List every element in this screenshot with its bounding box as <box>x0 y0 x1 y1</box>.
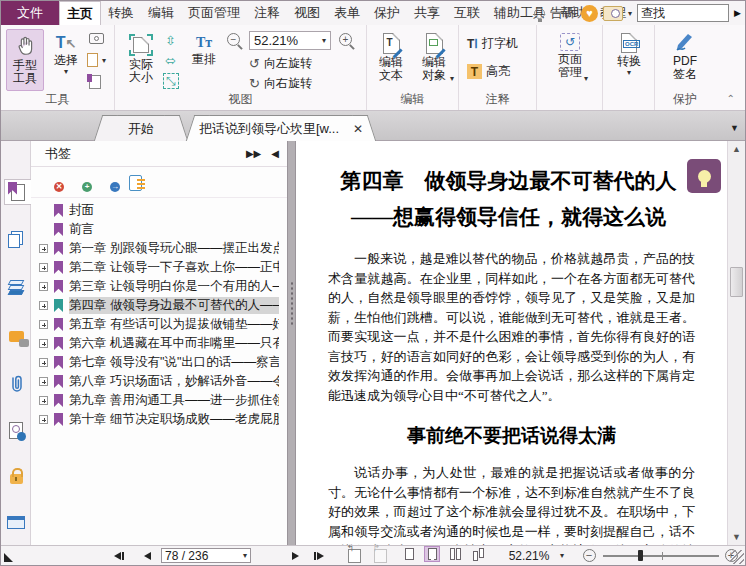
pdf-sign-button[interactable]: PDF签名 <box>666 29 704 91</box>
paste-page-button[interactable] <box>89 75 101 89</box>
menu-tab[interactable]: 转换 <box>101 1 141 25</box>
zoom-slider-thumb[interactable] <box>638 550 643 561</box>
expand-node-icon[interactable] <box>39 358 48 367</box>
menu-tab[interactable]: 主页 <box>59 1 101 25</box>
search-scope-icon[interactable] <box>603 6 623 21</box>
status-zoom-value[interactable]: 52.21% <box>503 546 555 565</box>
signatures-icon[interactable] <box>4 417 28 443</box>
page-management-button[interactable]: ↺ 页面管理 ▾ <box>551 29 589 93</box>
hand-tool-button[interactable]: 手型工具 <box>6 29 44 91</box>
expand-node-icon[interactable] <box>39 320 48 329</box>
bookmark-item[interactable]: 第五章 有些话可以为提拔做铺垫——好风 <box>31 315 279 334</box>
fit-visible-button[interactable]: ⤡ <box>163 73 179 89</box>
rotate-left-button[interactable]: ↺向左旋转 <box>249 55 312 72</box>
menu-tab[interactable]: 编辑 <box>141 1 181 25</box>
expand-panel-icon[interactable]: ▶▶ <box>246 148 261 159</box>
layers-icon[interactable] <box>4 275 28 301</box>
tell-me-label[interactable]: 告诉 <box>550 4 576 22</box>
security-icon[interactable] <box>4 463 28 489</box>
bookmark-item[interactable]: 第三章 让领导明白你是一个有用的人——让 <box>31 277 279 296</box>
expand-all-bookmarks-button[interactable] <box>129 175 142 191</box>
expand-node-icon[interactable] <box>39 415 48 424</box>
previous-view-button[interactable] <box>345 546 363 565</box>
first-page-button[interactable] <box>109 546 129 565</box>
rotate-right-button[interactable]: ↻向右旋转 <box>249 75 312 92</box>
delete-bookmark-button[interactable]: ✕ <box>45 174 60 191</box>
menu-tab[interactable]: 共享 <box>407 1 447 25</box>
edit-object-button[interactable]: 编辑对象 ▾ <box>414 29 454 91</box>
panel-splitter[interactable] <box>287 141 296 545</box>
page-thumbnails-icon[interactable] <box>4 227 28 253</box>
menu-tab[interactable]: 视图 <box>287 1 327 25</box>
scroll-up-icon[interactable]: ▲ <box>728 141 745 157</box>
collapse-panel-icon[interactable]: ◀ <box>271 148 279 159</box>
document-view[interactable]: 第四章 做领导身边最不可替代的人——想赢得领导信任，就得这么说 一般来说，越是难… <box>296 141 727 545</box>
assistant-button[interactable] <box>687 159 721 193</box>
bookmark-item[interactable]: 前言 <box>31 220 279 239</box>
select-tool-button[interactable]: T↖ 选择 ▾ <box>49 29 83 91</box>
vertical-scrollbar[interactable]: ▲ ▼ <box>727 141 745 545</box>
attachments-icon[interactable] <box>4 371 28 397</box>
reflow-button[interactable]: Tт 重排 <box>187 29 221 91</box>
find-input[interactable] <box>637 4 729 22</box>
window-resize-grip[interactable] <box>730 550 744 564</box>
file-menu-button[interactable]: 文件 <box>1 1 59 25</box>
zoom-slider-track[interactable] <box>603 555 719 557</box>
close-tab-icon[interactable]: ✕ <box>353 122 363 136</box>
heart-icon[interactable]: ♥ <box>581 5 598 22</box>
scroll-down-icon[interactable]: ▼ <box>728 529 745 545</box>
collapse-ribbon-icon[interactable]: ⌃ <box>727 93 735 104</box>
typewriter-button[interactable]: TⅠ 打字机 <box>467 35 518 52</box>
facing-layout-button[interactable] <box>447 546 463 562</box>
add-bookmark-button[interactable]: + <box>73 174 88 191</box>
status-zoom-dropdown-icon[interactable]: ▾ <box>557 546 567 565</box>
search-dropdown-icon[interactable]: ▾ <box>628 9 632 18</box>
menu-tab[interactable]: 表单 <box>327 1 367 25</box>
fit-width-button[interactable]: ⬄ <box>165 53 176 68</box>
bookmark-item[interactable]: 第九章 善用沟通工具——进一步抓住领 <box>31 391 279 410</box>
locate-bookmark-button[interactable]: → <box>101 174 116 191</box>
next-view-button[interactable] <box>371 546 389 565</box>
menu-tab[interactable]: 互联 <box>447 1 487 25</box>
comments-icon[interactable] <box>4 323 28 349</box>
convert-button[interactable]: OCR 转换 ▾ <box>612 29 646 93</box>
bookmark-item[interactable]: 第七章 领导没有"说"出口的话——察言 <box>31 353 279 372</box>
scrollbar-thumb[interactable] <box>730 267 743 297</box>
edit-text-button[interactable]: T 编辑文本 <box>372 29 410 91</box>
actual-size-button[interactable]: 实际大小 <box>123 29 159 91</box>
clipboard-button[interactable]: ▾ <box>87 53 106 67</box>
continuous-facing-layout-button[interactable] <box>470 546 486 562</box>
zoom-in-button[interactable]: + <box>339 33 352 46</box>
expand-node-icon[interactable] <box>39 396 48 405</box>
tab-list-dropdown-icon[interactable]: ▼ <box>730 123 739 133</box>
bookmark-item[interactable]: 第十章 细节决定职场成败——老虎屁股 <box>31 410 279 429</box>
zoom-out-button[interactable]: − <box>227 33 240 46</box>
expand-node-icon[interactable] <box>39 339 48 348</box>
last-page-button[interactable] <box>309 546 329 565</box>
bookmark-item[interactable]: 第一章 别跟领导玩心眼——摆正出发点 <box>31 239 279 258</box>
continuous-layout-button[interactable] <box>424 546 440 562</box>
bookmark-item[interactable]: 第八章 巧识场面话，妙解话外音——令 <box>31 372 279 391</box>
expand-node-icon[interactable] <box>39 301 48 310</box>
menu-tab[interactable]: 注释 <box>247 1 287 25</box>
single-page-layout-button[interactable] <box>401 546 417 562</box>
expand-node-icon[interactable] <box>39 282 48 291</box>
bookmark-item[interactable]: 第二章 让领导一下子喜欢上你——正中下怀 <box>31 258 279 277</box>
bookmark-item[interactable]: 封面 <box>31 201 279 220</box>
bookmark-item[interactable]: 第四章 做领导身边最不可替代的人——想 <box>31 296 279 315</box>
fit-page-button[interactable]: ⇳ <box>165 33 176 48</box>
tab-active-document[interactable]: 把话说到领导心坎里[w... ✕ <box>197 115 365 141</box>
panel-toggle-icon[interactable] <box>4 553 13 562</box>
split-view-icon[interactable] <box>4 509 28 535</box>
next-page-button[interactable] <box>287 546 303 565</box>
zoom-out-status-button[interactable]: − <box>581 546 597 565</box>
tab-start[interactable]: 开始 <box>105 115 177 141</box>
previous-page-button[interactable] <box>139 546 155 565</box>
expand-node-icon[interactable] <box>39 244 48 253</box>
bookmark-item[interactable]: 第六章 机遇藏在耳中而非嘴里——只有 <box>31 334 279 353</box>
page-number-box[interactable]: 78 / 236 ▾ <box>161 548 251 563</box>
zoom-level-combo[interactable]: 52.21%▾ <box>249 31 331 50</box>
menu-tab[interactable]: 保护 <box>367 1 407 25</box>
expand-node-icon[interactable] <box>39 263 48 272</box>
highlight-button[interactable]: T 高亮 <box>467 63 510 80</box>
